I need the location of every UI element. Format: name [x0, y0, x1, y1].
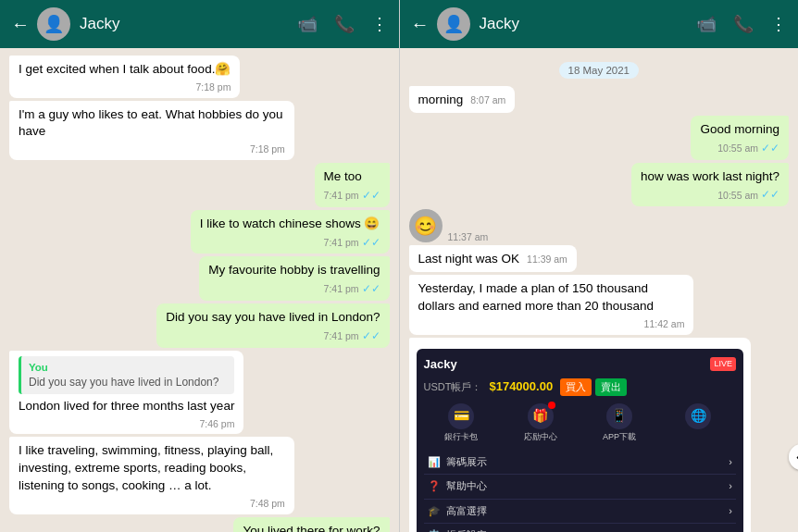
video-call-icon-left[interactable]: 📹	[297, 14, 318, 34]
list-item: 📊籌碼展示 ›	[424, 451, 736, 475]
wallet-icon: 💳	[448, 403, 474, 429]
message-text: I'm a guy who likes to eat. What hobbies…	[19, 107, 282, 139]
table-row: I like traveling, swimming, fitness, pla…	[9, 437, 294, 513]
header-icons-right: 📹 📞 ⋮	[696, 14, 787, 34]
balance-label: USDT帳戶：	[424, 380, 482, 394]
menu-icon: ❓	[428, 479, 441, 493]
right-chat-panel: ← 👤 Jacky 📹 📞 ⋮ 18 May 2021 morning 8:07…	[400, 0, 799, 532]
more-icon-left[interactable]: ⋮	[371, 14, 388, 34]
quoted-text: Did you say you have lived in London?	[29, 375, 227, 390]
back-button-left[interactable]: ←	[11, 14, 30, 35]
header-icons-left: 📹 📞 ⋮	[297, 14, 388, 34]
table-row: I get excited when I talk about food.🤗 7…	[9, 56, 240, 98]
app-screenshot: Jacky LIVE USDT帳戶： $174000.00 買入 賣出 💳	[417, 349, 743, 532]
avatar-right: 👤	[437, 7, 470, 41]
message-text: Did you say you have lived in London?	[166, 310, 380, 324]
table-row: Last night was OK 11:39 am	[409, 245, 577, 272]
contact-name-right: Jacky	[480, 15, 697, 33]
message-text: how was work last night?	[641, 169, 779, 183]
chevron-right-icon: ›	[729, 528, 732, 532]
message-time: 10:55 am ✓✓	[700, 141, 779, 156]
table-row: You lived there for work? 8:11 pm ✓✓	[233, 517, 389, 532]
message-text: I like to watch chinese shows 😄	[200, 217, 380, 230]
list-item: 📱 APP下載	[581, 403, 656, 443]
emoji-time: 11:37 am	[448, 231, 489, 242]
more-icon-right[interactable]: ⋮	[770, 14, 787, 34]
avatar-left: 👤	[37, 7, 70, 41]
phone-icon-left[interactable]: 📞	[334, 14, 355, 34]
message-text: I like traveling, swimming, fitness, pla…	[19, 443, 273, 492]
message-time: 7:46 pm	[19, 417, 234, 431]
forward-button[interactable]: ↩	[789, 444, 798, 470]
read-ticks: ✓✓	[761, 141, 779, 156]
contact-name-left: Jacky	[80, 15, 297, 33]
balance-amount: $174000.00	[489, 378, 553, 395]
message-time: 7:18 pm	[19, 80, 231, 94]
message-text: London lived for three months last year	[19, 399, 234, 413]
sell-button: 賣出	[595, 378, 627, 396]
message-text: Last night was OK	[418, 251, 520, 268]
table-row: You Did you say you have lived in London…	[9, 351, 243, 434]
menu-label: 籌碼展示	[446, 455, 487, 469]
left-messages-container: I get excited when I talk about food.🤗 7…	[0, 48, 399, 532]
read-ticks: ✓✓	[362, 281, 380, 297]
table-row: Me too 7:41 pm ✓✓	[315, 163, 390, 207]
list-item: ⚙️帳戶設定 ›	[424, 524, 736, 532]
screenshot-message-container: Jacky LIVE USDT帳戶： $174000.00 買入 賣出 💳	[409, 338, 790, 532]
chevron-right-icon: ›	[729, 479, 732, 493]
menu-item-left: ⚙️帳戶設定	[428, 528, 487, 532]
message-time: 10:55 am ✓✓	[641, 187, 779, 203]
chevron-right-icon: ›	[729, 455, 732, 469]
message-text: I get excited when I talk about food.🤗	[19, 62, 231, 76]
message-text: You lived there for work?	[243, 524, 380, 532]
read-ticks: ✓✓	[362, 328, 380, 344]
menu-item-left: ❓幫助中心	[428, 479, 487, 493]
app-name: Jacky	[424, 356, 457, 373]
message-time: 7:18 pm	[19, 142, 285, 156]
app-download-icon: 📱	[606, 403, 632, 429]
list-item: 💳 銀行卡包	[424, 403, 499, 443]
back-button-right[interactable]: ←	[411, 14, 430, 35]
chevron-right-icon: ›	[729, 504, 732, 518]
menu-item-left: 📊籌碼展示	[428, 455, 487, 469]
date-divider: 18 May 2021	[409, 61, 790, 78]
message-text: Good morning	[700, 122, 779, 136]
phone-icon-right[interactable]: 📞	[733, 14, 754, 34]
left-chat-panel: ← 👤 Jacky 📹 📞 ⋮ I get excited when I tal…	[0, 0, 400, 532]
quoted-message: You Did you say you have lived in London…	[19, 356, 234, 394]
buy-button: 買入	[560, 378, 592, 396]
message-time: 11:42 am	[418, 317, 685, 331]
table-row: My favourite hobby is travelling 7:41 pm…	[199, 256, 389, 301]
right-chat-header: ← 👤 Jacky 📹 📞 ⋮	[400, 0, 799, 48]
message-time: 7:41 pm ✓✓	[200, 235, 380, 251]
message-text: morning	[418, 92, 464, 109]
table-row: how was work last night? 10:55 am ✓✓	[631, 163, 789, 207]
list-item: 🌐	[661, 403, 736, 443]
list-item: 🎁 応励中心	[503, 403, 578, 443]
right-messages-container: 18 May 2021 morning 8:07 am Good morning…	[400, 48, 799, 532]
icon-label: APP下載	[603, 431, 636, 443]
video-call-icon-right[interactable]: 📹	[696, 14, 717, 34]
left-chat-header: ← 👤 Jacky 📹 📞 ⋮	[0, 0, 399, 48]
table-row: I'm a guy who likes to eat. What hobbies…	[9, 101, 294, 160]
list-item: 🎓高富選擇 ›	[424, 500, 736, 524]
live-badge: LIVE	[710, 357, 736, 371]
menu-label: 高富選擇	[446, 504, 487, 518]
menu-label: 幫助中心	[446, 479, 487, 493]
message-time: 7:41 pm ✓✓	[324, 188, 380, 204]
message-time: 8:07 am	[470, 93, 505, 107]
menu-icon: ⚙️	[428, 528, 441, 532]
globe-icon: 🌐	[685, 403, 711, 429]
table-row: morning 8:07 am	[409, 86, 516, 113]
message-time: 7:41 pm ✓✓	[166, 328, 380, 344]
emoji-message-row: 😊 11:37 am	[409, 209, 790, 242]
icon-label: 応励中心	[524, 431, 557, 443]
table-row: Jacky LIVE USDT帳戶： $174000.00 買入 賣出 💳	[409, 338, 751, 532]
read-ticks: ✓✓	[761, 187, 779, 203]
message-time: 11:39 am	[527, 253, 567, 266]
menu-label: 帳戶設定	[446, 528, 487, 532]
balance-row: USDT帳戶： $174000.00 買入 賣出	[424, 378, 736, 396]
table-row: Good morning 10:55 am ✓✓	[691, 116, 789, 160]
table-row: I like to watch chinese shows 😄 7:41 pm …	[191, 210, 390, 254]
message-text: My favourite hobby is travelling	[208, 263, 380, 277]
